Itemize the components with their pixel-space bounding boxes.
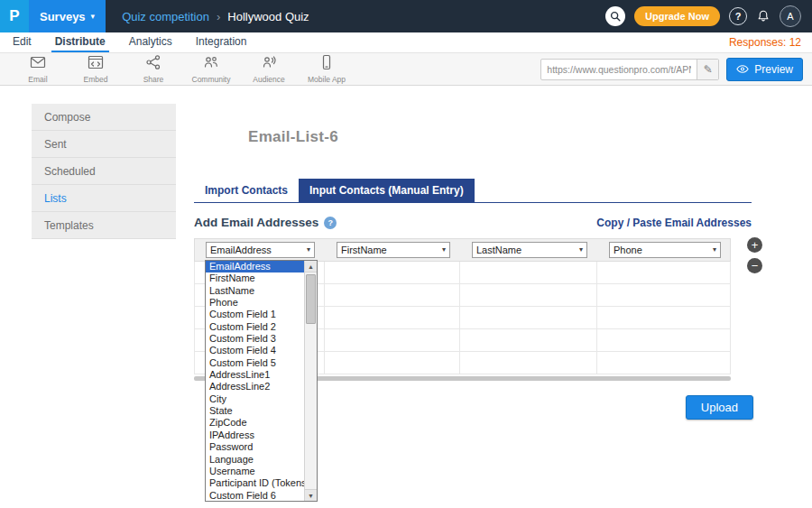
sidebar-item-lists[interactable]: Lists (32, 185, 176, 212)
list-title: Email-List-6 (248, 128, 780, 146)
tab-edit[interactable]: Edit (9, 32, 35, 52)
tool-community-label: Community (192, 75, 231, 84)
dropdown-option[interactable]: AddressLine1 (206, 369, 317, 381)
dropdown-option[interactable]: Password (206, 441, 317, 453)
dropdown-option[interactable]: Custom Field 3 (206, 333, 317, 345)
dropdown-option[interactable]: FirstName (206, 272, 317, 284)
user-avatar[interactable]: A (780, 5, 801, 27)
dropdown-option[interactable]: AddressLine2 (206, 381, 317, 393)
column-select-value: LastName (476, 245, 521, 255)
breadcrumb: Quiz competition › Hollywood Quiz (122, 10, 309, 23)
dropdown-option[interactable]: Language (206, 454, 317, 466)
column-header-4: Phone ▾ (598, 242, 732, 258)
cell-firstname[interactable] (325, 284, 460, 306)
preview-button[interactable]: Preview (726, 58, 803, 81)
column-header-3: LastName ▾ (461, 242, 598, 258)
sidebar-item-sent[interactable]: Sent (32, 131, 176, 158)
tab-input-contacts-manual[interactable]: Input Contacts (Manual Entry) (299, 179, 475, 202)
cell-firstname[interactable] (325, 352, 460, 374)
topbar: P Surveys ▾ Quiz competition › Hollywood… (0, 0, 812, 32)
help-icon[interactable]: ? (729, 7, 747, 25)
cell-phone[interactable] (597, 284, 730, 306)
column-select-value: Phone (614, 245, 642, 255)
tab-integration[interactable]: Integration (192, 32, 251, 52)
sidebar-item-scheduled[interactable]: Scheduled (32, 158, 176, 185)
responses-count[interactable]: Responses: 12 (729, 32, 801, 52)
column-dropdown-popup: EmailAddress FirstName LastName Phone Cu… (205, 260, 318, 502)
upload-button[interactable]: Upload (686, 395, 753, 420)
tab-analytics[interactable]: Analytics (125, 32, 176, 52)
chevron-down-icon: ▾ (579, 246, 583, 254)
cell-firstname[interactable] (325, 307, 460, 328)
questionpro-logo-icon: P (0, 0, 29, 32)
dropdown-option[interactable]: LastName (206, 285, 317, 297)
cell-firstname[interactable] (325, 262, 460, 283)
table-header-row: EmailAddress ▾ FirstName ▾ LastName (194, 238, 731, 262)
dropdown-option[interactable]: Participant ID (Tokens) (206, 477, 317, 489)
chevron-down-icon: ▾ (91, 13, 96, 21)
add-row-button[interactable]: + (747, 237, 762, 253)
breadcrumb-parent[interactable]: Quiz competition (122, 10, 209, 23)
mobile-app-icon (318, 54, 335, 74)
column-select-firstname[interactable]: FirstName ▾ (337, 242, 450, 258)
column-select-lastname[interactable]: LastName ▾ (472, 242, 587, 258)
edit-url-pencil-icon[interactable]: ✎ (697, 60, 718, 79)
dropdown-option[interactable]: Phone (206, 297, 317, 309)
dropdown-scrollbar[interactable]: ▲ ▼ (304, 261, 317, 501)
cell-lastname[interactable] (460, 352, 597, 374)
search-icon[interactable] (605, 6, 625, 26)
cell-lastname[interactable] (460, 329, 597, 351)
tool-mobile-app[interactable]: Mobile App (298, 54, 355, 84)
copy-paste-link[interactable]: Copy / Paste Email Addresses (596, 217, 752, 229)
sidebar-item-compose[interactable]: Compose (32, 104, 176, 131)
upgrade-now-button[interactable]: Upgrade Now (634, 6, 720, 26)
cell-phone[interactable] (597, 329, 730, 351)
cell-phone[interactable] (597, 352, 730, 374)
column-select-value: FirstName (341, 245, 387, 255)
email-sidebar: Compose Sent Scheduled Lists Templates (32, 104, 176, 239)
dropdown-option[interactable]: Custom Field 6 (206, 490, 317, 502)
workspace: Compose Sent Scheduled Lists Templates E… (0, 86, 812, 507)
surveys-menu[interactable]: P Surveys ▾ (0, 0, 106, 32)
logo-letter: P (9, 7, 19, 25)
share-icon (145, 54, 161, 74)
dropdown-option[interactable]: Username (206, 466, 317, 477)
cell-lastname[interactable] (460, 262, 597, 283)
scrollbar-thumb[interactable] (306, 274, 316, 324)
dropdown-option[interactable]: Custom Field 1 (206, 309, 317, 320)
scroll-down-icon[interactable]: ▼ (305, 489, 317, 501)
tool-audience[interactable]: Audience (240, 54, 298, 84)
column-select-phone[interactable]: Phone ▾ (609, 242, 721, 258)
dropdown-option[interactable]: Custom Field 5 (206, 357, 317, 369)
column-select-emailaddress[interactable]: EmailAddress ▾ (206, 242, 315, 258)
section-title-text: Add Email Addresses (194, 216, 318, 229)
cell-phone[interactable] (597, 262, 730, 283)
tool-community[interactable]: Community (182, 54, 240, 84)
email-icon (30, 54, 46, 74)
dropdown-option[interactable]: Custom Field 2 (206, 321, 317, 333)
scroll-up-icon[interactable]: ▲ (305, 261, 317, 272)
survey-url-input[interactable] (541, 64, 697, 75)
cell-lastname[interactable] (460, 307, 597, 328)
app-root: P Surveys ▾ Quiz competition › Hollywood… (0, 0, 812, 508)
remove-row-button[interactable]: − (747, 258, 762, 273)
notifications-bell-icon[interactable] (756, 9, 770, 23)
section-help-icon[interactable]: ? (324, 217, 337, 229)
tab-import-contacts[interactable]: Import Contacts (194, 179, 299, 202)
dropdown-option[interactable]: ZipCode (206, 417, 317, 429)
dropdown-option[interactable]: IPAddress (206, 429, 317, 441)
tool-share[interactable]: Share (125, 54, 182, 84)
cell-lastname[interactable] (460, 284, 597, 306)
cell-phone[interactable] (597, 307, 730, 328)
tool-embed[interactable]: Embed (67, 54, 125, 84)
dropdown-option[interactable]: State (206, 405, 317, 417)
cell-firstname[interactable] (325, 329, 460, 351)
tab-distribute[interactable]: Distribute (51, 32, 109, 52)
tool-audience-label: Audience (253, 75, 284, 84)
dropdown-option[interactable]: Custom Field 4 (206, 345, 317, 356)
dropdown-option[interactable]: EmailAddress (206, 261, 317, 272)
audience-icon (261, 54, 277, 74)
dropdown-option[interactable]: City (206, 393, 317, 405)
sidebar-item-templates[interactable]: Templates (32, 212, 176, 239)
tool-email[interactable]: Email (9, 54, 67, 84)
